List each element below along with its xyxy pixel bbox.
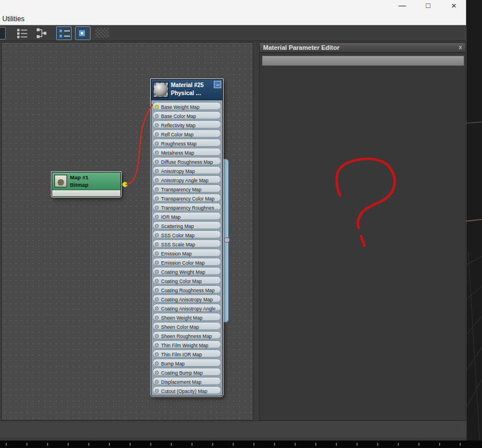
material-slot-row[interactable]: SSS Scale Map — [151, 239, 222, 248]
slot-input-socket[interactable] — [155, 215, 159, 219]
slot-input-socket[interactable] — [155, 352, 159, 356]
material-slot-row[interactable]: SSS Color Map — [151, 230, 222, 239]
slot-input-socket[interactable] — [155, 325, 159, 329]
material-slot-row[interactable]: Coating Bump Map — [151, 367, 222, 376]
material-slot-row[interactable]: Base Weight Map — [151, 101, 222, 111]
material-node-header[interactable]: Material #25 Physical … – — [151, 80, 222, 100]
timeline-bar[interactable] — [0, 441, 482, 448]
material-slot-row[interactable]: Transparency Map — [151, 184, 222, 193]
material-output-socket[interactable] — [224, 237, 230, 243]
material-slot-row[interactable]: Coating Anisotropy Map — [151, 294, 222, 303]
slot-input-socket[interactable] — [155, 224, 159, 228]
material-slot-row[interactable]: Bump Map — [151, 358, 222, 367]
material-slot-pill[interactable]: SSS Color Map — [152, 230, 221, 238]
slot-input-socket[interactable] — [155, 169, 159, 173]
material-slot-pill[interactable]: SSS Scale Map — [152, 239, 221, 247]
slot-input-socket[interactable] — [155, 114, 159, 118]
slot-input-socket[interactable] — [155, 142, 159, 146]
material-slot-pill[interactable]: Coating Weight Map — [152, 267, 221, 275]
material-slot-row[interactable]: Coating Weight Map — [151, 266, 222, 276]
slot-input-socket[interactable] — [155, 206, 159, 210]
material-slot-row[interactable]: Reflectivity Map — [151, 120, 222, 129]
material-slot-pill[interactable]: Roughness Map — [152, 139, 221, 147]
bitmap-node-header[interactable]: Map #1 Bitmap — [52, 172, 120, 190]
material-slot-pill[interactable]: Thin Film Weight Map — [152, 340, 221, 348]
material-slot-pill[interactable]: Anisotropy Angle Map — [152, 175, 221, 183]
material-slot-pill[interactable]: Coating Roughness Map — [152, 285, 221, 293]
material-slot-row[interactable]: Transparency Color Map — [151, 193, 222, 202]
slot-input-socket[interactable] — [155, 251, 159, 256]
toolbar-partial-icon[interactable] — [0, 27, 6, 40]
material-slot-row[interactable]: Anisotropy Map — [151, 166, 222, 175]
slot-input-socket[interactable] — [155, 105, 159, 109]
bitmap-node[interactable]: Map #1 Bitmap — [52, 172, 121, 197]
material-slot-row[interactable]: Displacement Map — [151, 376, 222, 386]
slot-input-socket[interactable] — [155, 371, 159, 375]
window-minimize-button[interactable]: — — [394, 0, 411, 11]
material-slot-pill[interactable]: Sheen Roughness Map — [152, 331, 221, 339]
material-slot-row[interactable]: IOR Map — [151, 211, 222, 221]
slot-input-socket[interactable] — [155, 380, 159, 384]
material-slot-pill[interactable]: Thin Film IOR Map — [152, 349, 221, 357]
material-slot-row[interactable]: Emission Map — [151, 248, 222, 257]
slot-input-socket[interactable] — [155, 279, 159, 283]
material-slot-pill[interactable]: Coating Color Map — [152, 276, 221, 284]
material-slot-row[interactable]: Coating Roughness Map — [151, 285, 222, 294]
show-list-toggle[interactable] — [56, 26, 72, 40]
slot-input-socket[interactable] — [155, 297, 159, 301]
material-slot-pill[interactable]: Cutout (Opacity) Map — [152, 386, 221, 394]
material-slot-pill[interactable]: Emission Map — [152, 249, 221, 257]
material-slot-row[interactable]: Anisotropy Angle Map — [151, 175, 222, 184]
slot-input-socket[interactable] — [155, 306, 159, 311]
window-maximize-button[interactable]: □ — [420, 0, 437, 11]
slot-input-socket[interactable] — [155, 178, 159, 182]
slot-input-socket[interactable] — [155, 151, 159, 155]
close-icon[interactable]: x — [459, 44, 463, 50]
material-slot-pill[interactable]: Reflectivity Map — [152, 120, 221, 128]
slot-input-socket[interactable] — [155, 160, 159, 164]
material-slot-row[interactable]: Coating Color Map — [151, 276, 222, 285]
material-slot-row[interactable]: Roughness Map — [151, 138, 222, 147]
material-slot-row[interactable]: Sheen Roughness Map — [151, 331, 222, 340]
window-close-button[interactable]: × — [445, 0, 463, 11]
material-slot-pill[interactable]: Base Weight Map — [152, 102, 221, 110]
material-slot-pill[interactable]: Transparency Roughnes... — [152, 203, 221, 211]
material-slot-pill[interactable]: Emission Color Map — [152, 258, 221, 266]
material-slot-row[interactable]: Cutout (Opacity) Map — [151, 386, 222, 395]
material-slot-pill[interactable]: Bump Map — [152, 359, 221, 367]
material-slot-pill[interactable]: Metalness Map — [152, 148, 221, 156]
show-grid-toggle[interactable] — [75, 26, 91, 40]
material-slot-row[interactable]: Transparency Roughnes... — [151, 202, 222, 211]
material-slot-pill[interactable]: Sheen Color Map — [152, 322, 221, 330]
slot-input-socket[interactable] — [155, 132, 159, 136]
material-slot-pill[interactable]: Transparency Color Map — [152, 194, 221, 202]
material-slot-row[interactable]: Diffuse Roughness Map — [151, 156, 222, 166]
material-slot-row[interactable]: Base Color Map — [151, 111, 222, 120]
panel-splitter[interactable] — [253, 42, 259, 421]
material-slot-pill[interactable]: IOR Map — [152, 212, 221, 220]
slot-input-socket[interactable] — [155, 361, 159, 366]
material-slot-pill[interactable]: Scattering Map — [152, 221, 221, 229]
slot-input-socket[interactable] — [155, 187, 159, 191]
material-slot-pill[interactable]: Base Color Map — [152, 111, 221, 119]
slot-input-socket[interactable] — [155, 270, 159, 274]
material-slot-row[interactable]: Metalness Map — [151, 147, 222, 156]
material-slot-pill[interactable]: Refl Color Map — [152, 129, 221, 137]
material-slot-pill[interactable]: Diffuse Roughness Map — [152, 157, 221, 165]
material-slot-pill[interactable]: Transparency Map — [152, 184, 221, 192]
parameter-editor-header[interactable]: Material Parameter Editor x — [260, 43, 465, 53]
slot-input-socket[interactable] — [155, 389, 159, 393]
material-slot-row[interactable]: Sheen Color Map — [151, 321, 222, 331]
material-slot-pill[interactable]: Sheen Weight Map — [152, 313, 221, 321]
slot-input-socket[interactable] — [155, 316, 159, 320]
material-slot-row[interactable]: Thin Film Weight Map — [151, 340, 222, 349]
background-checker-icon[interactable] — [95, 28, 109, 38]
node-connect-icon[interactable] — [36, 27, 48, 40]
material-slot-row[interactable]: Refl Color Map — [151, 129, 222, 138]
menu-item-utilities[interactable]: Utilities — [1, 14, 26, 23]
slot-input-socket[interactable] — [155, 334, 159, 338]
material-slot-row[interactable]: Thin Film IOR Map — [151, 349, 222, 358]
material-slot-row[interactable]: Sheen Weight Map — [151, 312, 222, 321]
slot-input-socket[interactable] — [155, 288, 159, 292]
slot-input-socket[interactable] — [155, 233, 159, 237]
